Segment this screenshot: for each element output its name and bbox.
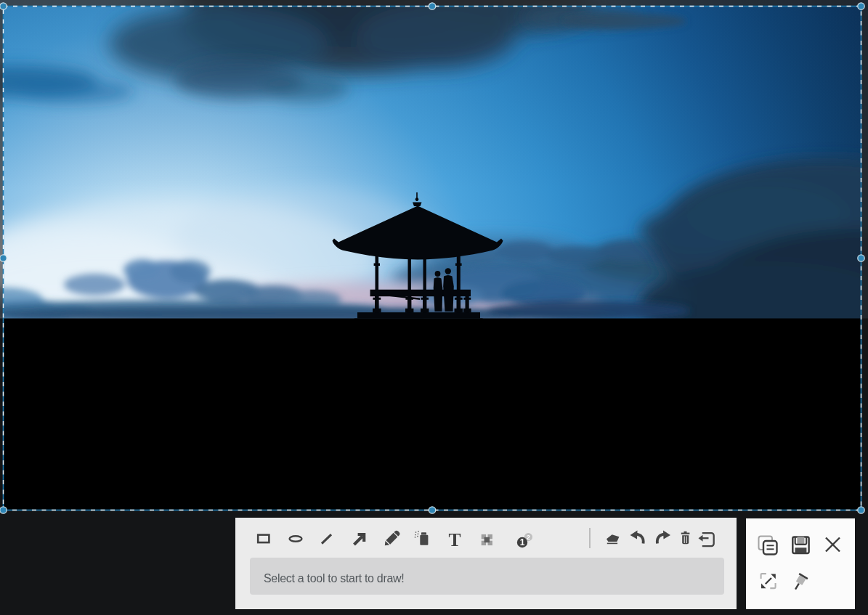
svg-text:T: T (448, 529, 461, 550)
svg-text:1: 1 (520, 537, 525, 547)
svg-text:2: 2 (527, 534, 530, 541)
